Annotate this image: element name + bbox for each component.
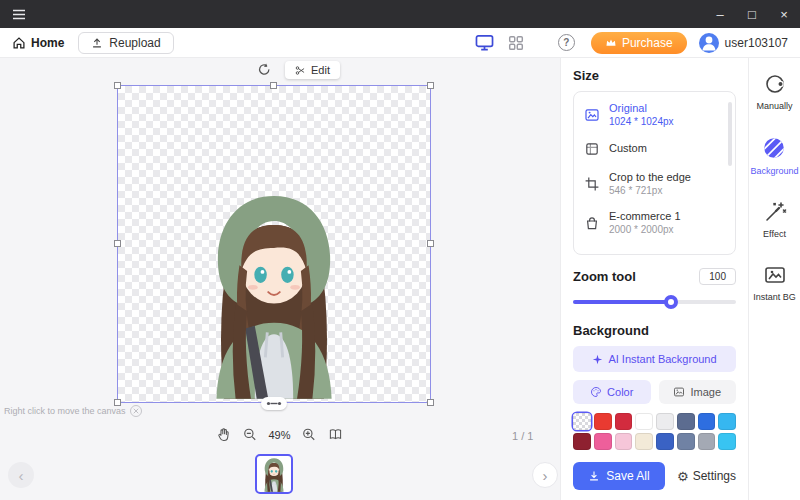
rail-item-background[interactable]: Background — [750, 135, 798, 176]
resize-handle-bottom-right[interactable] — [427, 399, 434, 406]
color-swatch[interactable] — [698, 413, 716, 430]
maximize-button[interactable]: □ — [736, 0, 768, 28]
zoom-out-icon[interactable] — [242, 427, 257, 442]
tools-rail: Manually Background Effect Instant BG — [748, 58, 800, 500]
size-option-crop-to-edge[interactable]: Crop to the edge 546 * 721px — [582, 164, 727, 203]
previous-image-button[interactable]: ‹ — [8, 462, 34, 488]
titlebar: – □ × — [0, 0, 800, 28]
account[interactable]: user103107 — [699, 33, 788, 53]
image-thumbnail[interactable] — [255, 454, 293, 494]
pan-hand-icon[interactable] — [216, 427, 231, 442]
color-tab-label: Color — [607, 386, 633, 398]
home-label: Home — [31, 36, 64, 50]
width-resize-handle[interactable] — [261, 397, 287, 410]
size-option-ecommerce-1[interactable]: E-commerce 1 2000 * 2000px — [582, 203, 727, 242]
home-button[interactable]: Home — [12, 36, 64, 50]
background-tool-icon — [761, 135, 787, 161]
canvas-area[interactable]: Edit Right click to move the canvas — [0, 58, 560, 500]
color-swatch[interactable] — [718, 433, 736, 450]
image-tab-label: Image — [690, 386, 721, 398]
zoom-tool-row: Zoom tool 100 — [573, 268, 736, 285]
color-swatch[interactable] — [656, 413, 674, 430]
slider-thumb[interactable] — [664, 295, 678, 309]
next-image-button[interactable]: › — [532, 462, 558, 488]
size-option-custom[interactable]: Custom — [582, 134, 727, 164]
image-size-icon — [584, 107, 600, 123]
single-view-icon[interactable] — [475, 34, 494, 51]
save-all-button[interactable]: Save All — [573, 462, 665, 490]
resize-handle-top-right[interactable] — [427, 82, 434, 89]
shopping-bag-icon — [584, 215, 600, 231]
zoom-value-input[interactable]: 100 — [699, 268, 736, 285]
resize-handle-top-middle[interactable] — [270, 82, 277, 89]
color-swatch[interactable] — [677, 413, 695, 430]
size-option-value: 2000 * 2000px — [609, 224, 681, 235]
avatar — [699, 33, 719, 53]
color-swatch[interactable] — [594, 413, 612, 430]
size-option-value: 1024 * 1024px — [609, 116, 674, 127]
size-option-label: E-commerce 1 — [609, 210, 681, 222]
app-window: – □ × Home Reupload ? — [0, 0, 800, 500]
zoom-percentage[interactable]: 49% — [268, 429, 290, 441]
reupload-button[interactable]: Reupload — [78, 32, 173, 54]
color-tab[interactable]: Color — [573, 380, 651, 404]
help-button[interactable]: ? — [558, 34, 575, 51]
close-button[interactable]: × — [768, 0, 800, 28]
resize-handle-top-left[interactable] — [114, 82, 121, 89]
color-swatch[interactable] — [718, 413, 736, 430]
size-list-scrollbar[interactable] — [728, 102, 732, 166]
resize-handle-middle-left[interactable] — [114, 240, 121, 247]
sparkle-icon — [592, 354, 603, 365]
workspace: Edit Right click to move the canvas — [0, 58, 800, 500]
color-swatch[interactable] — [573, 433, 591, 450]
rail-item-label: Effect — [763, 229, 786, 239]
resize-handle-middle-right[interactable] — [427, 240, 434, 247]
rail-item-effect[interactable]: Effect — [763, 200, 787, 239]
rail-item-manually[interactable]: Manually — [756, 72, 792, 111]
color-swatch[interactable] — [635, 433, 653, 450]
custom-size-icon — [584, 141, 600, 157]
ai-instant-background-label: AI Instant Background — [608, 353, 716, 365]
swatch-transparent[interactable] — [573, 413, 591, 430]
ai-instant-background-button[interactable]: AI Instant Background — [573, 346, 736, 372]
rail-item-label: Instant BG — [753, 292, 796, 302]
grid-view-icon[interactable] — [508, 35, 524, 51]
color-swatch[interactable] — [615, 433, 633, 450]
zoom-slider[interactable] — [573, 295, 736, 309]
hamburger-menu-icon[interactable] — [12, 9, 26, 20]
purchase-button[interactable]: Purchase — [591, 32, 687, 54]
rail-item-label: Background — [750, 166, 798, 176]
color-swatch[interactable] — [594, 433, 612, 450]
color-swatch[interactable] — [698, 433, 716, 450]
tooltip-close-icon[interactable] — [130, 405, 142, 417]
magic-wand-icon — [763, 200, 787, 224]
canvas-tooltip: Right click to move the canvas — [4, 405, 142, 417]
size-option-value: 546 * 721px — [609, 185, 691, 196]
color-swatch[interactable] — [677, 433, 695, 450]
palette-icon — [590, 386, 602, 398]
compare-view-icon[interactable] — [328, 427, 344, 442]
rail-item-instant-bg[interactable]: Instant BG — [753, 263, 796, 302]
view-toggles — [475, 34, 524, 51]
tooltip-text: Right click to move the canvas — [4, 406, 126, 416]
minimize-button[interactable]: – — [704, 0, 736, 28]
image-tab[interactable]: Image — [659, 380, 737, 404]
rotate-icon[interactable] — [257, 63, 272, 78]
size-options-list: Original 1024 * 1024px Custom — [573, 91, 736, 255]
color-swatch[interactable] — [656, 433, 674, 450]
purchase-label: Purchase — [622, 36, 673, 50]
color-swatches — [573, 413, 736, 450]
gear-icon: ⚙ — [677, 469, 689, 484]
size-option-label: Original — [609, 102, 674, 114]
crop-icon — [584, 176, 600, 192]
question-icon: ? — [563, 37, 569, 48]
edit-label: Edit — [311, 64, 330, 76]
reupload-label: Reupload — [109, 36, 160, 50]
zoom-in-icon[interactable] — [302, 427, 317, 442]
size-option-original[interactable]: Original 1024 * 1024px — [582, 95, 727, 134]
edit-button[interactable]: Edit — [285, 61, 340, 79]
home-icon — [12, 36, 26, 50]
color-swatch[interactable] — [635, 413, 653, 430]
settings-button[interactable]: ⚙ Settings — [677, 469, 736, 484]
color-swatch[interactable] — [615, 413, 633, 430]
